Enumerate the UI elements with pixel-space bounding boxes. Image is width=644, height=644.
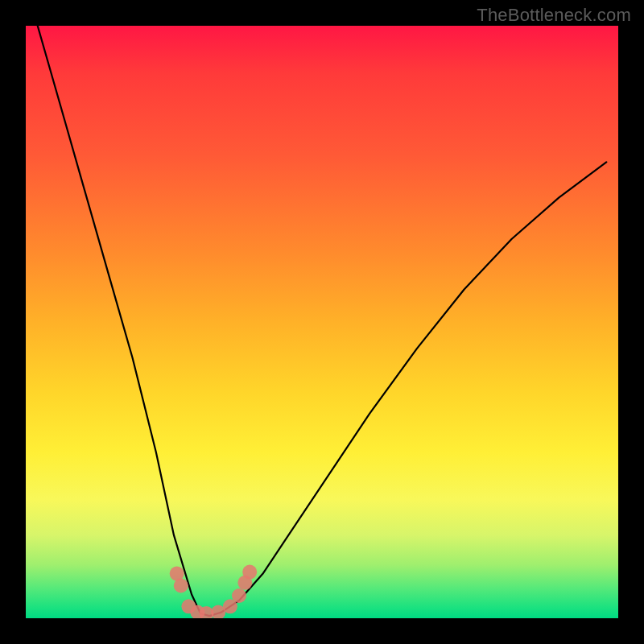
chart-frame: TheBottleneck.com <box>0 0 644 644</box>
curve-layer <box>26 26 618 618</box>
watermark-text: TheBottleneck.com <box>477 5 631 26</box>
plot-area <box>26 26 618 618</box>
svg-point-1 <box>174 579 188 593</box>
svg-point-9 <box>242 565 257 580</box>
v-curve <box>38 26 607 616</box>
valley-markers <box>170 565 258 618</box>
svg-point-7 <box>232 588 246 603</box>
